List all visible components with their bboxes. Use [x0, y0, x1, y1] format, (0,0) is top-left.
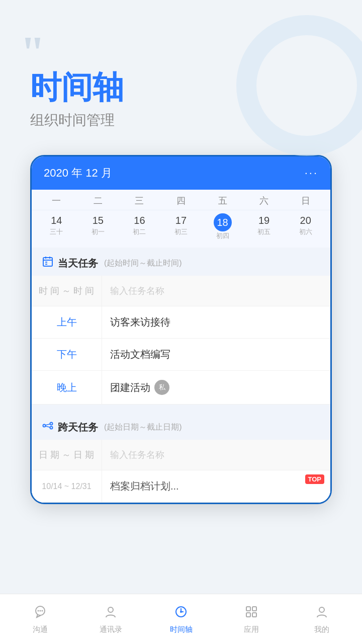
private-badge: 私: [154, 380, 169, 395]
date-18-today[interactable]: 18 初四: [202, 213, 243, 240]
task-name-afternoon: 活动文档编写: [102, 339, 330, 370]
nav-label-timeline: 时间轴: [170, 625, 193, 634]
task-name-evening: 团建活动 私: [102, 371, 330, 404]
quote-decoration: ": [20, 30, 45, 75]
task-time-pm: 下午: [32, 339, 102, 370]
cross-tasks-icon: [42, 420, 54, 435]
cross-task-preview-row[interactable]: 10/14 ~ 12/31 档案归档计划... TOP: [32, 470, 330, 503]
svg-point-15: [108, 607, 113, 612]
daily-tasks-title: 当天任务: [58, 257, 98, 270]
title-part2: 轴: [93, 70, 124, 105]
nav-item-apps[interactable]: 应用: [216, 604, 287, 634]
svg-point-6: [43, 425, 46, 427]
daily-tasks-sub: (起始时间～截止时间): [104, 258, 182, 269]
svg-rect-22: [246, 613, 250, 617]
svg-point-8: [50, 427, 53, 429]
svg-rect-21: [252, 607, 256, 611]
timeline-icon: [173, 604, 189, 623]
contacts-icon: [103, 604, 118, 623]
nav-label-mine: 我的: [314, 625, 329, 634]
cross-tasks-header: 跨天任务 (起始日期～截止日期): [32, 412, 330, 440]
cross-task-preview-date: 10/14 ~ 12/31: [32, 470, 102, 502]
apps-icon: [244, 604, 259, 623]
svg-point-19: [180, 611, 182, 613]
mine-icon: [314, 604, 329, 623]
daily-tasks-icon: [42, 256, 54, 271]
task-time-am: 上午: [32, 306, 102, 338]
date-15[interactable]: 15 初一: [77, 213, 119, 240]
date-19[interactable]: 19 初五: [243, 213, 285, 240]
calendar-header: 2020 年 12 月 ···: [32, 156, 330, 190]
nav-item-mine[interactable]: 我的: [287, 604, 357, 634]
svg-point-13: [40, 610, 41, 611]
date-17[interactable]: 17 初三: [160, 213, 202, 240]
task-time-evening: 晚上: [32, 371, 102, 404]
nav-item-contacts[interactable]: 通讯录: [75, 604, 146, 634]
weekday-sat: 六: [243, 195, 285, 207]
calendar-month: 2020 年 12 月: [44, 166, 112, 181]
weekday-fri: 五: [202, 195, 243, 207]
weekday-tue: 二: [77, 195, 119, 207]
task-name-placeholder[interactable]: 输入任务名称: [102, 276, 330, 306]
cross-task-name-placeholder[interactable]: 输入任务名称: [102, 440, 330, 470]
svg-rect-20: [246, 607, 250, 611]
weekday-mon: 一: [36, 195, 77, 207]
tasks-area: 当天任务 (起始时间～截止时间) 时 间 ～ 时 间 输入任务名称 上午 访客来…: [32, 248, 330, 503]
calendar-dates: 14 三十 15 初一 16 初二 17 初三 18 初四 19 初五 20 初…: [32, 210, 330, 248]
date-14[interactable]: 14 三十: [36, 213, 77, 240]
nav-label-chat: 沟通: [33, 625, 48, 634]
task-time-placeholder: 时 间 ～ 时 间: [32, 276, 102, 306]
svg-line-9: [46, 424, 50, 425]
nav-label-apps: 应用: [244, 625, 259, 634]
daily-tasks-header: 当天任务 (起始时间～截止时间): [32, 248, 330, 276]
weekday-sun: 日: [285, 195, 326, 207]
nav-item-timeline[interactable]: 时间轴: [146, 604, 216, 634]
cross-task-preview-name: 档案归档计划... TOP: [102, 470, 330, 502]
chat-icon: [33, 604, 48, 623]
task-input-row[interactable]: 时 间 ～ 时 间 输入任务名称: [32, 276, 330, 306]
svg-point-7: [50, 423, 53, 425]
calendar-weekdays: 一 二 三 四 五 六 日: [32, 190, 330, 210]
cross-task-date-placeholder: 日 期 ～ 日 期: [32, 440, 102, 470]
task-row-evening[interactable]: 晚上 团建活动 私: [32, 371, 330, 405]
phone-card: 2020 年 12 月 ··· 一 二 三 四 五 六 日 14 三十 15 初…: [30, 155, 332, 504]
weekday-wed: 三: [119, 195, 160, 207]
svg-point-12: [38, 610, 39, 611]
cross-task-input-row[interactable]: 日 期 ～ 日 期 输入任务名称: [32, 440, 330, 470]
svg-point-14: [42, 610, 43, 611]
calendar-menu-dots[interactable]: ···: [305, 167, 318, 180]
cross-tasks-title: 跨天任务: [58, 421, 98, 434]
svg-point-24: [319, 607, 324, 612]
date-20[interactable]: 20 初六: [285, 213, 326, 240]
svg-rect-23: [252, 613, 256, 617]
svg-line-10: [46, 426, 50, 427]
nav-label-contacts: 通讯录: [100, 625, 122, 634]
weekday-thu: 四: [160, 195, 202, 207]
section-separator: [32, 405, 330, 412]
task-row-morning[interactable]: 上午 访客来访接待: [32, 306, 330, 339]
date-16[interactable]: 16 初二: [119, 213, 160, 240]
task-row-afternoon[interactable]: 下午 活动文档编写: [32, 339, 330, 371]
svg-rect-0: [43, 258, 52, 266]
nav-item-chat[interactable]: 沟通: [5, 604, 75, 634]
bottom-nav: 沟通 通讯录 时间轴: [0, 594, 362, 644]
cross-tasks-sub: (起始日期～截止日期): [104, 422, 182, 433]
task-name-morning: 访客来访接待: [102, 306, 330, 338]
